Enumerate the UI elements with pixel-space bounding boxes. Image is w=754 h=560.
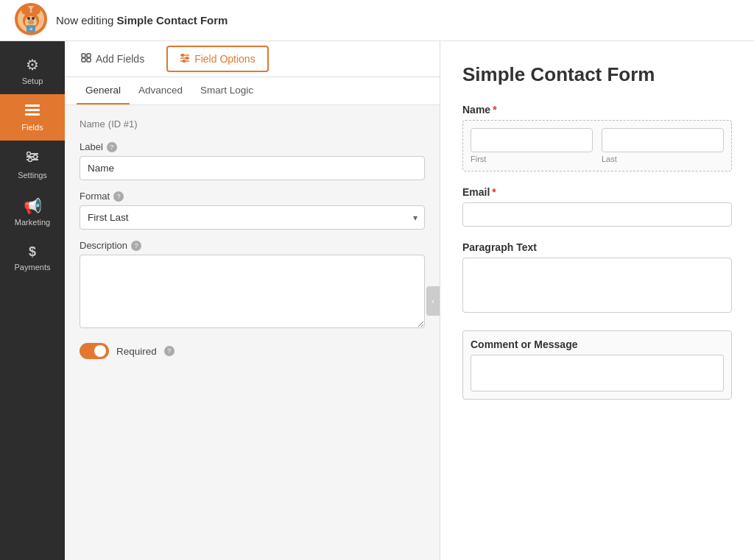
- left-panel: Add Fields Field Options: [65, 41, 440, 560]
- collapse-icon: ‹: [431, 297, 434, 305]
- label-input[interactable]: [80, 156, 425, 180]
- sub-tab-general[interactable]: General: [77, 77, 130, 104]
- form-preview: Simple Contact Form Name * First: [440, 41, 754, 560]
- field-options-panel: Name (ID #1) Label ? Format ?: [65, 105, 440, 560]
- svg-point-17: [27, 152, 31, 156]
- preview-name-field: Name * First Last: [462, 104, 732, 171]
- sidebar-item-label: Settings: [18, 171, 47, 180]
- comment-input-area[interactable]: [471, 355, 724, 391]
- svg-point-19: [29, 158, 32, 162]
- format-select-wrapper: First Last First Middle Last First Last …: [80, 205, 425, 230]
- sub-tab-smart-logic[interactable]: Smart Logic: [191, 77, 262, 104]
- payments-icon: $: [29, 244, 36, 260]
- sidebar: ⚙ Setup Fields: [0, 41, 65, 560]
- preview-comment-label: Comment or Message: [471, 339, 724, 350]
- marketing-icon: 📢: [24, 197, 42, 215]
- first-name-input[interactable]: [471, 128, 593, 152]
- name-required-star: *: [493, 104, 496, 116]
- preview-paragraph-field: Paragraph Text: [462, 241, 732, 316]
- label-label: Label ?: [80, 141, 425, 152]
- required-help-icon[interactable]: ?: [164, 346, 175, 356]
- svg-point-8: [28, 20, 34, 24]
- top-bar: ≡ Now editing Simple Contact Form: [0, 0, 754, 41]
- description-group: Description ?: [80, 240, 425, 331]
- svg-point-7: [32, 17, 35, 20]
- tab-add-fields[interactable]: Add Fields: [65, 41, 161, 77]
- page-title: Now editing Simple Contact Form: [56, 14, 228, 26]
- first-name-col: First: [471, 128, 593, 163]
- sidebar-item-payments[interactable]: $ Payments: [0, 235, 65, 280]
- field-options-tab-icon: [180, 53, 190, 65]
- format-help-icon[interactable]: ?: [113, 191, 124, 202]
- preview-title: Simple Contact Form: [462, 63, 732, 86]
- label-group: Label ?: [80, 141, 425, 180]
- last-name-col: Last: [602, 128, 724, 163]
- svg-rect-11: [25, 104, 40, 107]
- description-textarea[interactable]: [80, 255, 425, 328]
- sidebar-item-marketing[interactable]: 📢 Marketing: [0, 188, 65, 235]
- svg-rect-20: [82, 54, 85, 57]
- last-label: Last: [602, 155, 724, 163]
- add-fields-tab-icon: [81, 53, 91, 65]
- svg-text:≡: ≡: [29, 26, 32, 32]
- field-title: Name (ID #1): [80, 117, 425, 130]
- preview-name-label: Name *: [462, 104, 732, 116]
- field-id: (ID #1): [108, 118, 138, 130]
- tab-bar: Add Fields Field Options: [65, 41, 440, 77]
- sub-tab-advanced[interactable]: Advanced: [130, 77, 191, 104]
- svg-point-28: [186, 57, 188, 60]
- tab-field-options[interactable]: Field Options: [166, 46, 268, 72]
- preview-email-label: Email *: [462, 186, 732, 198]
- fields-icon: [25, 103, 40, 120]
- name-fields-container: First Last: [462, 120, 732, 171]
- setup-icon: ⚙: [26, 56, 39, 74]
- sidebar-item-setup[interactable]: ⚙ Setup: [0, 47, 65, 94]
- right-panel: Simple Contact Form Name * First: [440, 41, 754, 560]
- description-label: Description ?: [80, 240, 425, 251]
- sidebar-item-fields[interactable]: Fields: [0, 94, 65, 141]
- svg-rect-23: [87, 58, 91, 62]
- svg-point-18: [34, 155, 38, 159]
- svg-point-29: [183, 60, 186, 63]
- required-toggle-row: Required ?: [80, 343, 425, 359]
- add-fields-label: Add Fields: [96, 53, 144, 65]
- preview-comment-field: Comment or Message: [462, 330, 732, 400]
- comment-box: Comment or Message: [462, 330, 732, 400]
- collapse-panel-button[interactable]: ‹: [426, 286, 440, 316]
- first-label: First: [471, 155, 593, 163]
- preview-email-field: Email *: [462, 186, 732, 227]
- required-label: Required: [116, 346, 157, 357]
- paragraph-textarea[interactable]: [462, 258, 732, 313]
- sidebar-item-label: Marketing: [15, 218, 50, 227]
- sidebar-item-label: Fields: [21, 123, 43, 132]
- svg-rect-13: [25, 113, 40, 116]
- sub-tabs: General Advanced Smart Logic: [65, 77, 440, 105]
- preview-paragraph-label: Paragraph Text: [462, 241, 732, 253]
- svg-point-6: [27, 17, 30, 20]
- settings-icon: [25, 149, 40, 168]
- svg-rect-12: [25, 109, 40, 111]
- logo: ≡: [15, 3, 47, 38]
- sidebar-item-settings[interactable]: Settings: [0, 141, 65, 188]
- toggle-slider: [80, 343, 109, 359]
- last-name-input[interactable]: [602, 128, 724, 152]
- svg-rect-22: [82, 58, 85, 62]
- svg-point-27: [182, 54, 184, 57]
- svg-rect-21: [87, 54, 91, 57]
- format-group: Format ? First Last First Middle Last Fi…: [80, 191, 425, 230]
- name-fields-row: First Last: [471, 128, 724, 163]
- format-select[interactable]: First Last First Middle Last First Last: [80, 205, 425, 230]
- required-toggle[interactable]: [80, 343, 109, 359]
- label-help-icon[interactable]: ?: [107, 142, 117, 152]
- email-required-star: *: [492, 186, 496, 198]
- sidebar-item-label: Setup: [22, 77, 43, 85]
- description-help-icon[interactable]: ?: [131, 241, 141, 251]
- sidebar-item-label: Payments: [15, 263, 51, 272]
- email-input[interactable]: [462, 202, 732, 227]
- field-options-label: Field Options: [194, 53, 255, 65]
- format-label: Format ?: [80, 191, 425, 202]
